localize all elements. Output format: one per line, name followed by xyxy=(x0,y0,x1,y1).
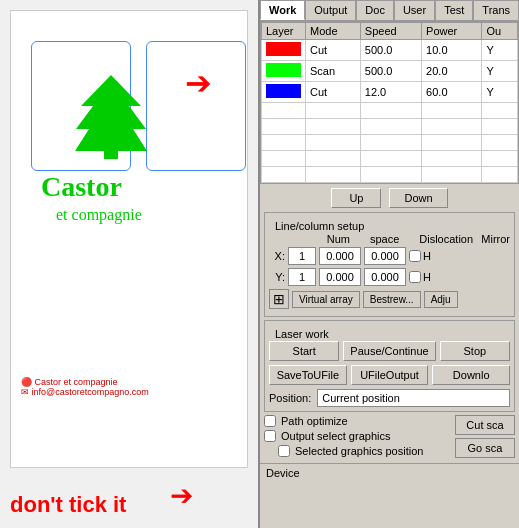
layer-power-2: 60.0 xyxy=(422,82,482,103)
y-num-input[interactable] xyxy=(288,268,316,286)
tab-output[interactable]: Output xyxy=(305,0,356,20)
output-select-row: Output select graphics xyxy=(264,430,451,442)
bestrew-button[interactable]: Bestrew... xyxy=(363,291,421,308)
layer-mode-2: Cut xyxy=(306,82,361,103)
canvas-panel: Castor et compagnie 🔴 Castor et compagni… xyxy=(0,0,260,528)
tab-test[interactable]: Test xyxy=(435,0,473,20)
tree-graphic xyxy=(71,71,151,161)
castor-label: Castor xyxy=(41,171,122,203)
x-num-input[interactable] xyxy=(288,247,316,265)
output-select-checkbox[interactable] xyxy=(264,430,276,442)
line-col-setup: Line/column setup Num space Dislocation … xyxy=(264,212,515,317)
tab-work[interactable]: Work xyxy=(260,0,305,20)
canvas-white: Castor et compagnie 🔴 Castor et compagni… xyxy=(10,10,248,468)
laser-work-section: Laser work Start Pause/Continue Stop Sav… xyxy=(264,320,515,412)
x-h-checkbox[interactable] xyxy=(409,250,421,262)
array-btns-row: ⊞ Virtual array Bestrew... Adju xyxy=(269,289,510,309)
tab-trans[interactable]: Trans xyxy=(473,0,519,20)
arrow-to-table-icon: ➔ xyxy=(185,64,212,102)
tab-user[interactable]: User xyxy=(394,0,435,20)
layer-speed-0: 500.0 xyxy=(360,40,421,61)
table-row-empty xyxy=(262,119,518,135)
virtual-array-button[interactable]: Virtual array xyxy=(292,291,360,308)
start-button[interactable]: Start xyxy=(269,341,339,361)
table-row[interactable]: Cut 500.0 10.0 Y xyxy=(262,40,518,61)
position-input[interactable] xyxy=(317,389,510,407)
layer-power-1: 20.0 xyxy=(422,61,482,82)
path-optimize-label: Path optimize xyxy=(281,415,348,427)
pause-continue-button[interactable]: Pause/Continue xyxy=(343,341,435,361)
layer-speed-2: 12.0 xyxy=(360,82,421,103)
u-file-output-button[interactable]: UFileOutput xyxy=(351,365,429,385)
svg-marker-0 xyxy=(75,75,147,151)
go-scan-button[interactable]: Go sca xyxy=(455,438,515,458)
table-row-empty xyxy=(262,103,518,119)
y-label: Y: xyxy=(269,271,285,283)
y-dislocation-input[interactable] xyxy=(364,268,406,286)
laser-file-btns: SaveToUFile UFileOutput Downlo xyxy=(269,365,510,385)
cut-scale-button[interactable]: Cut sca xyxy=(455,415,515,435)
up-down-row: Up Down xyxy=(260,184,519,212)
layer-color-0 xyxy=(262,40,306,61)
table-row-empty xyxy=(262,151,518,167)
device-label: Device xyxy=(260,463,519,482)
layer-output-0: Y xyxy=(482,40,518,61)
down-button[interactable]: Down xyxy=(389,188,447,208)
layer-power-0: 10.0 xyxy=(422,40,482,61)
layer-mode-1: Scan xyxy=(306,61,361,82)
space-col-header: space xyxy=(370,233,399,245)
layer-color-2 xyxy=(262,82,306,103)
col-headers: Num space Dislocation Mirror xyxy=(291,233,510,245)
mirror-col-header: Mirror xyxy=(481,233,510,245)
path-optimize-row: Path optimize xyxy=(264,415,451,427)
selected-graphics-checkbox[interactable] xyxy=(278,445,290,457)
checkboxes-area: Path optimize Output select graphics Sel… xyxy=(264,415,515,460)
card-outline-right xyxy=(146,41,246,171)
col-power: Power xyxy=(422,23,482,40)
x-label: X: xyxy=(269,250,285,262)
layer-table: Layer Mode Speed Power Ou Cut 500.0 10.0… xyxy=(260,21,519,184)
path-optimize-checkbox[interactable] xyxy=(264,415,276,427)
x-dislocation-input[interactable] xyxy=(364,247,406,265)
laser-main-btns: Start Pause/Continue Stop xyxy=(269,341,510,361)
layer-color-1 xyxy=(262,61,306,82)
layer-mode-0: Cut xyxy=(306,40,361,61)
position-row: Position: xyxy=(269,389,510,407)
x-h-label: H xyxy=(423,250,431,262)
num-col-header: Num xyxy=(327,233,350,245)
table-row[interactable]: Scan 500.0 20.0 Y xyxy=(262,61,518,82)
up-button[interactable]: Up xyxy=(331,188,381,208)
bottom-text2: ✉ info@castoretcompagno.com xyxy=(21,387,149,397)
y-space-input[interactable] xyxy=(319,268,361,286)
dont-tick-label: don't tick it xyxy=(10,492,126,518)
table-row-empty xyxy=(262,135,518,151)
col-output: Ou xyxy=(482,23,518,40)
position-label: Position: xyxy=(269,392,311,404)
tab-doc[interactable]: Doc xyxy=(356,0,394,20)
right-panel: Work Output Doc User Test Trans Layer Mo… xyxy=(260,0,519,528)
arrow-dont-tick-icon: ➔ xyxy=(170,479,193,512)
output-select-label: Output select graphics xyxy=(281,430,390,442)
col-mode: Mode xyxy=(306,23,361,40)
laser-work-header: Laser work xyxy=(269,325,510,341)
x-mirror-checkbox-group: H xyxy=(409,250,431,262)
x-space-input[interactable] xyxy=(319,247,361,265)
col-layer: Layer xyxy=(262,23,306,40)
download-button[interactable]: Downlo xyxy=(432,365,510,385)
svg-rect-1 xyxy=(104,149,118,159)
layer-output-1: Y xyxy=(482,61,518,82)
adjust-button[interactable]: Adju xyxy=(424,291,458,308)
bottom-text1: 🔴 Castor et compagnie xyxy=(21,377,149,387)
table-row[interactable]: Cut 12.0 60.0 Y xyxy=(262,82,518,103)
layer-speed-1: 500.0 xyxy=(360,61,421,82)
layer-output-2: Y xyxy=(482,82,518,103)
save-to-u-file-button[interactable]: SaveToUFile xyxy=(269,365,347,385)
y-h-label: H xyxy=(423,271,431,283)
dislocation-col-header: Dislocation xyxy=(419,233,461,245)
col-speed: Speed xyxy=(360,23,421,40)
et-compagnie-label: et compagnie xyxy=(56,206,142,224)
grid-icon[interactable]: ⊞ xyxy=(269,289,289,309)
y-h-checkbox[interactable] xyxy=(409,271,421,283)
stop-button[interactable]: Stop xyxy=(440,341,510,361)
tab-bar: Work Output Doc User Test Trans xyxy=(260,0,519,21)
